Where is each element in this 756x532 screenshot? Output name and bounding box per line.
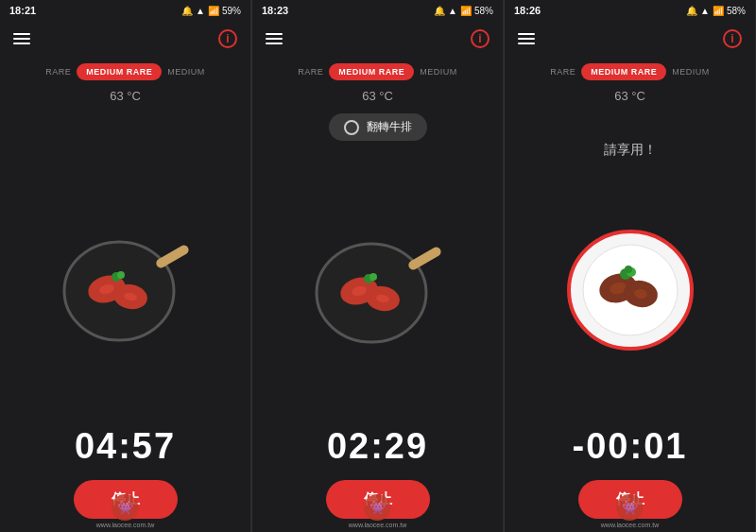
watermark-icon-2: 👾 (365, 494, 391, 521)
watermark-icon-1: 👾 (112, 494, 139, 521)
notification-icon-3: 🔔 (686, 6, 697, 16)
doneness-active-2[interactable]: MEDIUM RARE (329, 63, 414, 80)
doneness-active-1[interactable]: MEDIUM RARE (77, 63, 162, 80)
top-bar-2: i (252, 21, 503, 57)
info-button-1[interactable]: i (218, 29, 237, 48)
svg-point-15 (369, 273, 377, 281)
temperature-2: 63 °C (252, 89, 503, 108)
watermark-3: 👾 www.laocee.com.tw (601, 494, 659, 528)
steak-area-3 (505, 153, 755, 417)
doneness-rare-2[interactable]: RARE (298, 67, 323, 77)
battery-1: 59% (222, 6, 241, 16)
doneness-active-3[interactable]: MEDIUM RARE (581, 63, 666, 80)
menu-button-2[interactable] (266, 33, 283, 44)
doneness-medium-1[interactable]: MEDIUM (167, 67, 205, 77)
signal-icon-3: 📶 (713, 6, 724, 16)
temperature-1: 63 °C (0, 89, 250, 108)
status-bar-3: 18:26 🔔 ▲ 📶 58% (505, 0, 755, 21)
watermark-1: 👾 www.laocee.com.tw (96, 494, 154, 528)
flip-placeholder-3 (505, 108, 755, 142)
status-bar-1: 18:21 🔔 ▲ 📶 59% (0, 0, 250, 21)
signal-icon-2: 📶 (460, 6, 472, 16)
status-time-3: 18:26 (514, 5, 541, 16)
temperature-3: 63 °C (505, 89, 755, 108)
info-button-2[interactable]: i (471, 29, 490, 48)
flip-placeholder-1 (0, 108, 250, 142)
timer-3: -00:01 (505, 417, 755, 480)
battery-3: 58% (727, 6, 746, 16)
timer-2: 02:29 (252, 417, 503, 480)
watermark-url-3: www.laocee.com.tw (601, 522, 659, 528)
pan-svg-1 (55, 214, 197, 346)
menu-button-1[interactable] (13, 33, 30, 44)
watermark-2: 👾 www.laocee.com.tw (349, 494, 406, 528)
doneness-bar-2: RARE MEDIUM RARE MEDIUM (252, 57, 503, 87)
flip-circle-icon (344, 120, 359, 135)
wifi-icon-3: ▲ (700, 6, 710, 16)
flip-text-2: 翻轉牛排 (367, 119, 412, 135)
info-button-3[interactable]: i (723, 29, 742, 48)
top-bar-1: i (0, 21, 250, 57)
doneness-bar-3: RARE MEDIUM RARE MEDIUM (505, 57, 755, 87)
plate-svg-3 (559, 215, 701, 356)
notification-icon: 🔔 (181, 6, 193, 16)
signal-icon: 📶 (208, 6, 219, 16)
doneness-rare-3[interactable]: RARE (550, 67, 576, 77)
watermark-icon-3: 👾 (617, 494, 644, 521)
phone-panel-2: 18:23 🔔 ▲ 📶 58% i RARE MEDIUM RARE MEDIU… (252, 0, 504, 532)
phone-panel-1: 18:21 🔔 ▲ 📶 59% i RARE MEDIUM RARE MEDIU… (0, 0, 251, 532)
top-bar-3: i (505, 21, 755, 57)
doneness-rare-1[interactable]: RARE (45, 67, 71, 77)
status-icons-2: 🔔 ▲ 📶 58% (434, 6, 493, 16)
status-time-2: 18:23 (262, 5, 288, 16)
status-bar-2: 18:23 🔔 ▲ 📶 58% (252, 0, 503, 21)
wifi-icon: ▲ (196, 6, 205, 16)
steak-area-1 (0, 142, 250, 417)
pan-svg-2 (307, 215, 449, 348)
notification-icon-2: 🔔 (434, 6, 445, 16)
svg-point-7 (117, 271, 125, 279)
battery-2: 58% (474, 6, 493, 16)
status-icons-1: 🔔 ▲ 📶 59% (181, 6, 241, 16)
menu-button-3[interactable] (518, 33, 535, 44)
doneness-bar-1: RARE MEDIUM RARE MEDIUM (0, 57, 250, 87)
doneness-medium-2[interactable]: MEDIUM (420, 67, 457, 77)
steak-area-2 (252, 146, 503, 417)
wifi-icon-2: ▲ (448, 6, 457, 16)
status-time-1: 18:21 (9, 5, 36, 16)
watermark-url-1: www.laocee.com.tw (96, 522, 154, 528)
svg-point-24 (625, 266, 632, 273)
doneness-medium-3[interactable]: MEDIUM (672, 67, 710, 77)
flip-notification-2: 翻轉牛排 (329, 113, 427, 141)
status-icons-3: 🔔 ▲ 📶 58% (686, 6, 746, 16)
phone-panel-3: 18:26 🔔 ▲ 📶 58% i RARE MEDIUM RARE MEDIU… (505, 0, 756, 532)
timer-1: 04:57 (0, 417, 250, 480)
watermark-url-2: www.laocee.com.tw (349, 522, 406, 528)
